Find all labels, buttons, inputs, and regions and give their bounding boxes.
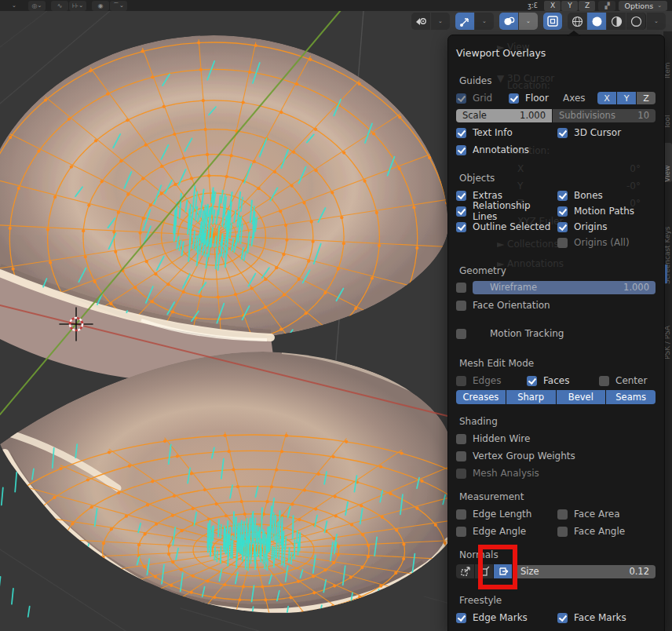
vertex-normals-toggle[interactable] (456, 564, 474, 578)
panel-title: Viewport Overlays (456, 47, 546, 59)
relationship-lines-label[interactable]: Relationship Lines (473, 200, 557, 222)
mirror-symmetry-icon[interactable]: ʒ:Ɛ (524, 1, 541, 11)
extras-label[interactable]: Extras (473, 190, 502, 201)
sharp-button[interactable]: Sharp (506, 390, 556, 404)
overlays-dropdown[interactable]: ⌄ (519, 13, 538, 30)
motion-paths-checkbox[interactable] (557, 206, 568, 217)
shading-dropdown[interactable]: ⌄ (647, 13, 666, 30)
wireframe-slider[interactable]: Wireframe 1.000 (473, 281, 656, 294)
motion-paths-label[interactable]: Motion Paths (574, 206, 634, 217)
top-header: ⌄ ◎ ⌄ ∿ ⊦⊦ ⌄ ◉ ⌒ ⌄ ʒ:Ɛ X Y Z ▞ Options⌄ (0, 0, 672, 11)
center-checkbox[interactable] (599, 376, 609, 386)
shading-solid-icon[interactable] (587, 13, 606, 30)
center-label[interactable]: Center (615, 375, 647, 386)
grid-checkbox[interactable] (456, 93, 466, 104)
grid-subdivisions-slider[interactable]: Subdivisions10 (553, 109, 656, 122)
axis-z-toggle[interactable]: Z (637, 92, 656, 104)
annotations-label[interactable]: Annotations (473, 144, 529, 155)
section-freestyle: Freestyle (456, 595, 502, 606)
face-area-label[interactable]: Face Area (574, 509, 620, 520)
origins-all-label[interactable]: Origins (All) (574, 237, 630, 248)
popover-arrow (567, 31, 581, 36)
face-orientation-label[interactable]: Face Orientation (473, 300, 550, 311)
annotation-highlight (478, 545, 517, 589)
face-angle-checkbox[interactable] (557, 527, 568, 537)
edge-marks-label[interactable]: Edge Marks (473, 612, 528, 623)
options-dropdown[interactable]: Options⌄ (619, 1, 667, 11)
axis-y-toggle[interactable]: Y (617, 92, 636, 104)
show-object-types-icon[interactable] (411, 13, 430, 30)
origins-label[interactable]: Origins (574, 221, 608, 232)
relationship-lines-checkbox[interactable] (456, 206, 466, 217)
hidden-wire-checkbox[interactable] (456, 434, 466, 444)
text-info-checkbox[interactable] (456, 128, 466, 138)
faces-label[interactable]: Faces (543, 375, 569, 386)
faces-checkbox[interactable] (527, 376, 537, 386)
wireframe-checkbox[interactable] (456, 283, 466, 293)
motion-tracking-checkbox[interactable] (456, 329, 466, 339)
gizmos-dropdown[interactable]: ⌄ (475, 13, 494, 30)
edge-marks-checkbox[interactable] (456, 613, 466, 623)
edge-length-checkbox[interactable] (456, 509, 466, 520)
section-geometry: Geometry (456, 265, 506, 276)
grid-scale-slider[interactable]: Scale1.000 (456, 109, 552, 122)
motion-tracking-label[interactable]: Motion Tracking (490, 328, 564, 339)
section-guides: Guides (456, 75, 492, 86)
edge-length-label[interactable]: Edge Length (473, 509, 531, 520)
xray-toggle[interactable] (543, 13, 562, 30)
annotations-checkbox[interactable] (456, 145, 466, 155)
hidden-wire-label[interactable]: Hidden Wire (473, 433, 530, 444)
edges-checkbox[interactable] (456, 376, 466, 386)
shading-rendered-icon[interactable] (626, 13, 646, 30)
bones-label[interactable]: Bones (574, 190, 603, 201)
origins-all-checkbox[interactable] (557, 238, 568, 248)
text-info-label[interactable]: Text Info (473, 127, 513, 138)
outline-selected-label[interactable]: Outline Selected (473, 221, 550, 232)
edge-angle-label[interactable]: Edge Angle (473, 526, 526, 537)
creases-button[interactable]: Creases (456, 390, 506, 404)
face-orientation-checkbox[interactable] (456, 301, 466, 311)
bones-checkbox[interactable] (557, 191, 568, 201)
floor-label[interactable]: Floor (525, 93, 563, 104)
proportional-editing-icon[interactable]: ◉ (92, 1, 109, 11)
section-measurement: Measurement (456, 491, 524, 502)
proportional-falloff-dropdown[interactable]: ⌒ ⌄ (110, 1, 127, 11)
cursor-3d-label[interactable]: 3D Cursor (574, 127, 621, 138)
extras-checkbox[interactable] (456, 191, 466, 201)
grid-label[interactable]: Grid (473, 93, 509, 104)
bevel-button[interactable]: Bevel (557, 390, 606, 404)
vertex-group-weights-checkbox[interactable] (456, 451, 466, 461)
cursor-3d-checkbox[interactable] (557, 128, 568, 138)
section-mesh-edit-mode: Mesh Edit Mode (456, 358, 534, 369)
snap-projected-icon[interactable]: ▞ (598, 1, 615, 11)
edges-label[interactable]: Edges (473, 375, 501, 386)
orientation-icon[interactable]: ◎ ⌄ (28, 1, 46, 11)
symmetry-y-button[interactable]: Y (561, 1, 578, 11)
vertex-group-weights-label[interactable]: Vertex Group Weights (473, 450, 575, 461)
overlays-toggle[interactable] (499, 13, 518, 30)
viewport-controls: ⌄ ⌄ ⌄ ⌄ (411, 13, 666, 30)
shading-material-icon[interactable] (607, 13, 626, 30)
face-marks-label[interactable]: Face Marks (574, 612, 626, 623)
floor-checkbox[interactable] (509, 93, 519, 104)
axis-x-toggle[interactable]: X (597, 92, 616, 104)
origins-checkbox[interactable] (557, 222, 568, 232)
face-marks-checkbox[interactable] (557, 613, 568, 623)
snap-mode-dropdown[interactable]: ⊦⊦ ⌄ (69, 1, 86, 11)
mesh-analysis-checkbox[interactable] (456, 469, 466, 479)
gizmos-toggle[interactable] (455, 13, 474, 30)
show-object-types-dropdown[interactable]: ⌄ (431, 13, 450, 30)
mesh-analysis-label[interactable]: Mesh Analysis (473, 468, 539, 479)
edge-angle-checkbox[interactable] (456, 527, 466, 537)
symmetry-x-button[interactable]: X (544, 1, 561, 11)
normals-size-slider[interactable]: Size0.12 (514, 565, 656, 578)
seams-button[interactable]: Seams (606, 390, 656, 404)
outline-selected-checkbox[interactable] (456, 222, 466, 232)
shading-wireframe-icon[interactable] (568, 13, 586, 30)
face-area-checkbox[interactable] (557, 509, 568, 520)
symmetry-z-button[interactable]: Z (579, 1, 595, 11)
section-shading: Shading (456, 416, 498, 427)
snap-magnet-icon[interactable]: ∿ (51, 1, 68, 11)
face-angle-label[interactable]: Face Angle (574, 526, 625, 537)
mode-dropdown-chevron[interactable]: ⌄ (5, 1, 23, 11)
